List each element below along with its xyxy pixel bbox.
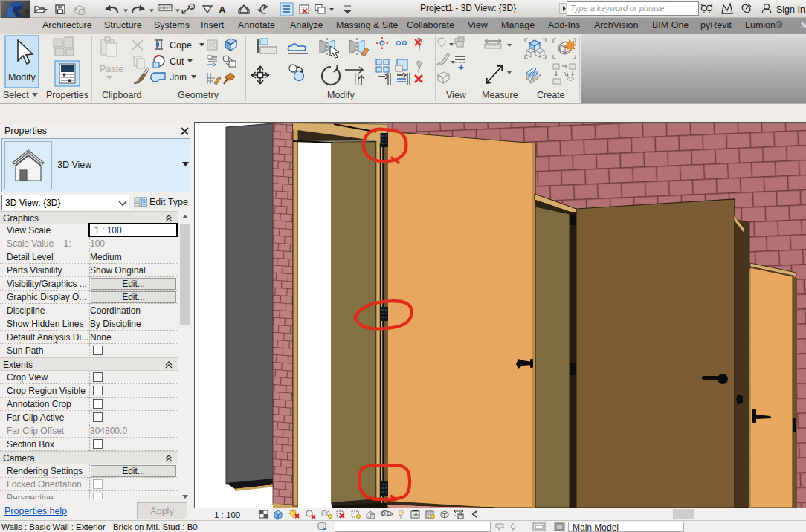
svg-text:View: View [446, 90, 467, 100]
svg-text:Cope: Cope [170, 40, 192, 51]
svg-text:Join: Join [170, 72, 187, 82]
svg-text:Modify: Modify [8, 72, 36, 82]
svg-text:Measure: Measure [482, 90, 518, 100]
svg-text:Paste: Paste [100, 64, 123, 74]
svg-text:Select: Select [3, 90, 29, 100]
svg-text:Modify: Modify [327, 90, 355, 100]
svg-text:Sign In: Sign In [776, 4, 805, 15]
svg-text:Cut: Cut [170, 56, 184, 67]
svg-text:Properties: Properties [46, 90, 88, 100]
svg-text:Create: Create [537, 90, 565, 100]
svg-text:Clipboard: Clipboard [102, 90, 142, 100]
svg-text:A: A [219, 4, 226, 16]
svg-text:Geometry: Geometry [178, 90, 219, 100]
